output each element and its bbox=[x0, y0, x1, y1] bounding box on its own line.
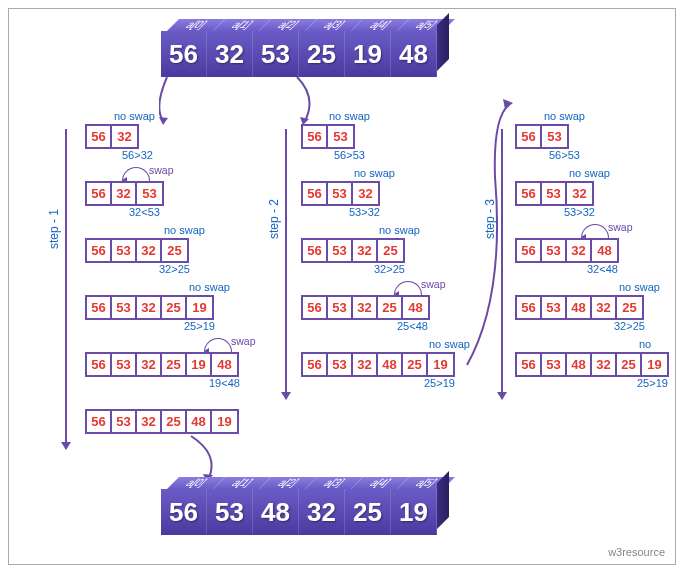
compare-row: 565332251948 bbox=[85, 352, 239, 377]
array-value: 56 bbox=[161, 31, 207, 77]
array-value: 48 bbox=[391, 31, 437, 77]
compare-row: 565332 bbox=[515, 181, 594, 206]
compare-row: 5653 bbox=[301, 124, 355, 149]
swap-arc bbox=[581, 224, 609, 238]
watermark: w3resource bbox=[608, 546, 665, 558]
compare-row: 56533225 bbox=[301, 238, 405, 263]
annotation: 32<48 bbox=[587, 263, 618, 275]
compare-row: 5653 bbox=[515, 124, 569, 149]
compare-row: 5632 bbox=[85, 124, 139, 149]
step-3-label: step - 3 bbox=[483, 199, 497, 239]
svg-marker-2 bbox=[503, 99, 513, 109]
compare-row: 5653322548 bbox=[301, 295, 430, 320]
compare-row: 5653322519 bbox=[85, 295, 214, 320]
annotation: no swap bbox=[544, 110, 585, 122]
array-value: 19 bbox=[391, 489, 437, 535]
annotation: no swap bbox=[329, 110, 370, 122]
diagram-container: a[0]56 a[1]32 a[2]53 a[3]25 a[4]19 a[5]4… bbox=[8, 8, 676, 565]
annotation: no swap bbox=[379, 224, 420, 236]
annotation: no swap bbox=[619, 281, 660, 293]
annotation: no swap bbox=[569, 167, 610, 179]
array-value: 48 bbox=[253, 489, 299, 535]
step-2-label: step - 2 bbox=[267, 199, 281, 239]
array-value: 19 bbox=[345, 31, 391, 77]
annotation: 25>19 bbox=[424, 377, 455, 389]
annotation: no swap bbox=[114, 110, 155, 122]
compare-row: 563253 bbox=[85, 181, 164, 206]
compare-row: 565332254819 bbox=[85, 409, 239, 434]
annotation: no swap bbox=[189, 281, 230, 293]
compare-row: 565332 bbox=[301, 181, 380, 206]
array-value: 32 bbox=[207, 31, 253, 77]
annotation: 32>25 bbox=[374, 263, 405, 275]
input-array: a[0]56 a[1]32 a[2]53 a[3]25 a[4]19 a[5]4… bbox=[161, 31, 437, 77]
array-value: 53 bbox=[207, 489, 253, 535]
array-value: 32 bbox=[299, 489, 345, 535]
step-1-arrow bbox=[65, 129, 67, 449]
compare-row: 56533225 bbox=[85, 238, 189, 263]
annotation: 25>19 bbox=[637, 377, 668, 389]
compare-row: 565348322519 bbox=[515, 352, 669, 377]
step-3-arrow bbox=[501, 129, 503, 399]
swap-arc bbox=[204, 338, 232, 352]
swap-arc bbox=[394, 281, 422, 295]
annotation: 32>25 bbox=[159, 263, 190, 275]
annotation: no swap bbox=[164, 224, 205, 236]
annotation: swap bbox=[231, 335, 256, 347]
annotation: no swap bbox=[429, 338, 470, 350]
annotation: swap bbox=[608, 221, 633, 233]
array-value: 53 bbox=[253, 31, 299, 77]
annotation: swap bbox=[149, 164, 174, 176]
compare-row: 565332482519 bbox=[301, 352, 455, 377]
annotation: 25>19 bbox=[184, 320, 215, 332]
annotation: 56>53 bbox=[334, 149, 365, 161]
connector-arrow bbox=[295, 77, 319, 127]
compare-row: 5653483225 bbox=[515, 295, 644, 320]
connector-arrow bbox=[159, 77, 179, 127]
svg-marker-0 bbox=[159, 117, 168, 125]
annotation: 56>32 bbox=[122, 149, 153, 161]
swap-arc bbox=[122, 167, 150, 181]
annotation: 32<53 bbox=[129, 206, 160, 218]
annotation: swap bbox=[421, 278, 446, 290]
annotation: 25<48 bbox=[397, 320, 428, 332]
array-value: 56 bbox=[161, 489, 207, 535]
annotation: 19<48 bbox=[209, 377, 240, 389]
compare-row: 56533248 bbox=[515, 238, 619, 263]
annotation: 56>53 bbox=[549, 149, 580, 161]
array-value: 25 bbox=[345, 489, 391, 535]
step-1-label: step - 1 bbox=[47, 209, 61, 249]
annotation: 53>32 bbox=[349, 206, 380, 218]
array-value: 25 bbox=[299, 31, 345, 77]
step-2-arrow bbox=[285, 129, 287, 399]
output-array: a[0]56 a[1]53 a[2]48 a[3]32 a[4]25 a[5]1… bbox=[161, 489, 437, 535]
annotation: 53>32 bbox=[564, 206, 595, 218]
annotation: no swap bbox=[354, 167, 395, 179]
annotation: 32>25 bbox=[614, 320, 645, 332]
